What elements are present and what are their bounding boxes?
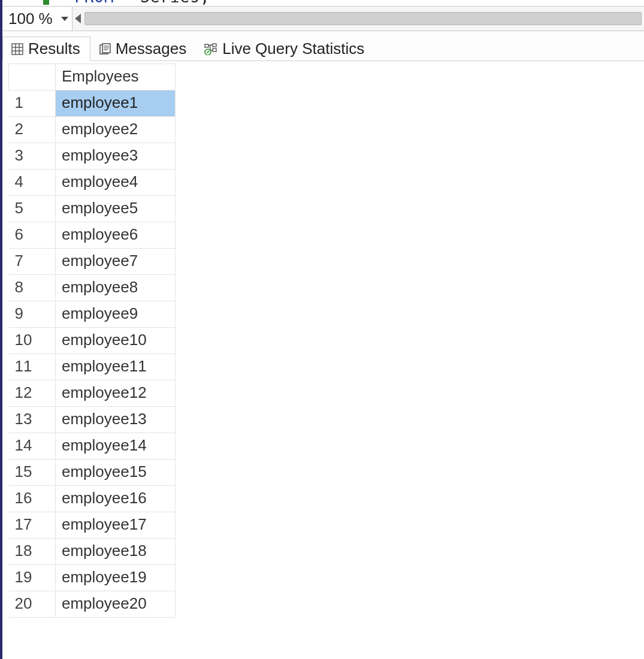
row-number[interactable]: 14 <box>9 433 56 460</box>
row-number[interactable]: 8 <box>9 275 56 301</box>
table-row[interactable]: 8employee8 <box>9 275 176 301</box>
svg-rect-0 <box>12 44 23 55</box>
cell-employees[interactable]: employee2 <box>56 117 176 143</box>
svg-rect-10 <box>205 44 208 47</box>
row-number[interactable]: 5 <box>9 196 56 222</box>
row-number[interactable]: 19 <box>9 565 56 591</box>
row-number[interactable]: 18 <box>9 539 56 565</box>
tab-messages[interactable]: Messages <box>90 37 196 61</box>
grid-corner[interactable] <box>9 64 56 90</box>
row-number[interactable]: 10 <box>9 328 56 354</box>
sql-identifier: Series; <box>140 0 210 6</box>
table-row[interactable]: 9employee9 <box>9 301 176 328</box>
tab-live-stats-label: Live Query Statistics <box>222 40 364 58</box>
tab-results[interactable]: Results <box>2 37 90 61</box>
table-row[interactable]: 15employee15 <box>9 460 176 486</box>
cell-employees[interactable]: employee8 <box>56 275 176 301</box>
table-row[interactable]: 11employee11 <box>9 354 176 380</box>
cell-employees[interactable]: employee18 <box>56 539 176 565</box>
results-panel: Employees 1employee12employee23employee3… <box>2 61 644 618</box>
column-header-employees[interactable]: Employees <box>56 64 176 90</box>
messages-icon <box>99 43 111 55</box>
svg-rect-11 <box>213 44 216 47</box>
table-row[interactable]: 17employee17 <box>9 512 176 539</box>
zoom-combo[interactable]: 100 % <box>2 7 72 31</box>
cell-employees[interactable]: employee12 <box>56 380 176 407</box>
cell-employees[interactable]: employee13 <box>56 407 176 433</box>
row-number[interactable]: 2 <box>9 117 56 143</box>
scroll-left-icon <box>75 14 81 23</box>
live-stats-icon <box>204 43 217 55</box>
cell-employees[interactable]: employee10 <box>56 328 176 354</box>
row-number[interactable]: 9 <box>9 301 56 328</box>
row-number[interactable]: 13 <box>9 407 56 433</box>
zoom-value: 100 % <box>8 10 53 28</box>
cell-employees[interactable]: employee5 <box>56 196 176 222</box>
row-number[interactable]: 17 <box>9 512 56 539</box>
cell-employees[interactable]: employee1 <box>56 90 176 117</box>
table-row[interactable]: 6employee6 <box>9 222 176 249</box>
sql-keyword: FROM <box>74 0 114 6</box>
table-row[interactable]: 7employee7 <box>9 249 176 275</box>
chevron-down-icon <box>61 17 68 21</box>
scrollbar-track[interactable] <box>84 12 642 25</box>
editor-code-fragment: FROM Series; <box>2 0 644 6</box>
row-number[interactable]: 16 <box>9 486 56 512</box>
results-grid[interactable]: Employees 1employee12employee23employee3… <box>8 64 176 618</box>
cell-employees[interactable]: employee17 <box>56 512 176 539</box>
grid-icon <box>11 43 23 55</box>
tab-live-stats[interactable]: Live Query Statistics <box>196 37 374 61</box>
table-row[interactable]: 16employee16 <box>9 486 176 512</box>
table-row[interactable]: 19employee19 <box>9 565 176 591</box>
row-number[interactable]: 3 <box>9 143 56 170</box>
row-number[interactable]: 7 <box>9 249 56 275</box>
table-row[interactable]: 13employee13 <box>9 407 176 433</box>
svg-rect-12 <box>213 49 216 52</box>
table-row[interactable]: 14employee14 <box>9 433 176 460</box>
cell-employees[interactable]: employee11 <box>56 354 176 380</box>
tab-messages-label: Messages <box>116 40 187 58</box>
table-row[interactable]: 1employee1 <box>9 90 176 117</box>
zoom-scroll-bar: 100 % <box>2 6 644 31</box>
row-number[interactable]: 4 <box>9 170 56 196</box>
cell-employees[interactable]: employee19 <box>56 565 176 591</box>
table-row[interactable]: 5employee5 <box>9 196 176 222</box>
row-number[interactable]: 12 <box>9 380 56 407</box>
table-row[interactable]: 2employee2 <box>9 117 176 143</box>
table-row[interactable]: 20employee20 <box>9 591 176 618</box>
table-row[interactable]: 10employee10 <box>9 328 176 354</box>
table-row[interactable]: 4employee4 <box>9 170 176 196</box>
table-row[interactable]: 18employee18 <box>9 539 176 565</box>
table-row[interactable]: 12employee12 <box>9 380 176 407</box>
horizontal-scrollbar[interactable] <box>72 7 644 31</box>
tab-results-label: Results <box>28 40 80 58</box>
cell-employees[interactable]: employee3 <box>56 143 176 170</box>
cell-employees[interactable]: employee9 <box>56 301 176 328</box>
cell-employees[interactable]: employee7 <box>56 249 176 275</box>
row-number[interactable]: 15 <box>9 460 56 486</box>
results-tab-strip: Results Messages Live Query Stati <box>2 31 644 61</box>
row-number[interactable]: 20 <box>9 591 56 618</box>
cell-employees[interactable]: employee20 <box>56 591 176 618</box>
cell-employees[interactable]: employee14 <box>56 433 176 460</box>
table-row[interactable]: 3employee3 <box>9 143 176 170</box>
row-number[interactable]: 11 <box>9 354 56 380</box>
cell-employees[interactable]: employee4 <box>56 170 176 196</box>
gutter-change-marker <box>43 0 49 5</box>
row-number[interactable]: 6 <box>9 222 56 249</box>
cell-employees[interactable]: employee16 <box>56 486 176 512</box>
cell-employees[interactable]: employee6 <box>56 222 176 249</box>
cell-employees[interactable]: employee15 <box>56 460 176 486</box>
row-number[interactable]: 1 <box>9 90 56 117</box>
